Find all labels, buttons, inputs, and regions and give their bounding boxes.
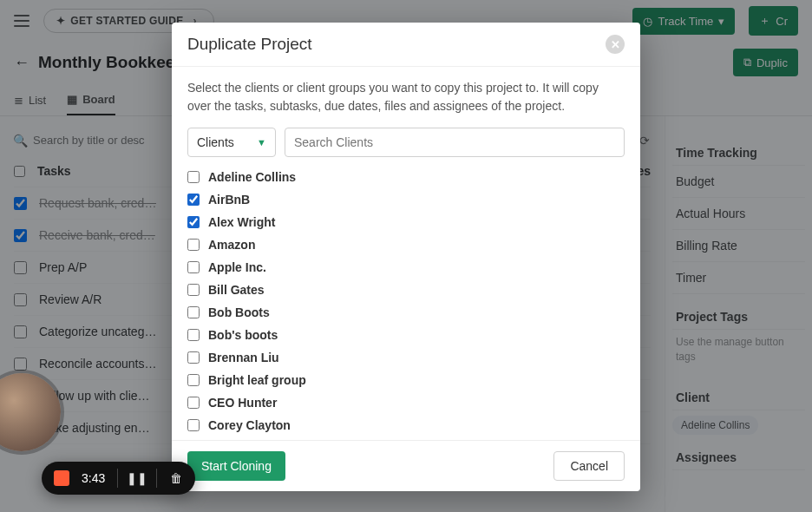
client-item[interactable]: Brennan Liu	[187, 346, 621, 369]
client-checkbox[interactable]	[187, 261, 200, 273]
client-name: AirBnB	[208, 193, 250, 207]
modal-overlay: Duplicate Project ✕ Select the clients o…	[0, 0, 812, 512]
client-checkbox[interactable]	[187, 239, 200, 251]
cancel-button[interactable]: Cancel	[553, 451, 625, 481]
client-item[interactable]: Bob Boots	[187, 301, 621, 324]
client-item[interactable]: Bob's boots	[187, 324, 621, 346]
client-name: Corey Clayton	[208, 418, 291, 432]
client-name: Bob's boots	[208, 328, 278, 342]
client-name: CEO Hunter	[208, 396, 277, 410]
duplicate-project-modal: Duplicate Project ✕ Select the clients o…	[172, 23, 640, 491]
client-item[interactable]: Bill Gates	[187, 279, 621, 301]
client-name: Apple Inc.	[208, 260, 266, 274]
client-item[interactable]: Adeline Collins	[187, 166, 621, 188]
client-checkbox[interactable]	[187, 194, 200, 206]
client-item[interactable]: Bright leaf group	[187, 369, 621, 391]
client-checkbox[interactable]	[187, 171, 200, 183]
close-icon[interactable]: ✕	[606, 35, 625, 54]
screen-recorder-bar: 3:43 ❚❚ 🗑	[42, 462, 195, 495]
client-checkbox[interactable]	[187, 374, 200, 386]
client-name: Adeline Collins	[208, 170, 296, 184]
divider	[117, 469, 118, 488]
recording-time: 3:43	[82, 471, 105, 485]
client-checkbox[interactable]	[187, 351, 200, 364]
client-checkbox[interactable]	[187, 397, 200, 409]
client-name: Bob Boots	[208, 305, 270, 319]
select-label: Clients	[197, 135, 234, 149]
client-item[interactable]: Alex Wright	[187, 211, 621, 233]
client-item[interactable]: Corey Clayton	[187, 414, 621, 435]
client-checkbox[interactable]	[187, 329, 200, 341]
client-checkbox[interactable]	[187, 419, 200, 431]
client-checkbox[interactable]	[187, 216, 200, 228]
client-item[interactable]: Amazon	[187, 233, 621, 256]
client-name: Amazon	[208, 238, 255, 252]
divider	[156, 469, 157, 488]
client-item[interactable]: AirBnB	[187, 188, 621, 211]
client-name: Alex Wright	[208, 215, 276, 229]
client-name: Bill Gates	[208, 283, 265, 297]
client-checkbox[interactable]	[187, 306, 200, 318]
trash-icon[interactable]: 🗑	[169, 471, 183, 485]
pause-icon[interactable]: ❚❚	[130, 471, 144, 485]
modal-description: Select the clients or client groups you …	[187, 79, 625, 115]
stop-recording-button[interactable]	[54, 470, 69, 486]
chevron-down-icon: ▼	[257, 137, 266, 148]
client-name: Bright leaf group	[208, 373, 306, 387]
client-item[interactable]: Apple Inc.	[187, 256, 621, 279]
client-name: Brennan Liu	[208, 351, 279, 364]
start-cloning-button[interactable]: Start Cloning	[187, 451, 285, 481]
client-item[interactable]: CEO Hunter	[187, 391, 621, 414]
search-clients-input[interactable]	[285, 128, 625, 157]
modal-title: Duplicate Project	[187, 35, 312, 54]
client-checkbox[interactable]	[187, 284, 200, 296]
client-type-select[interactable]: Clients ▼	[187, 128, 276, 157]
